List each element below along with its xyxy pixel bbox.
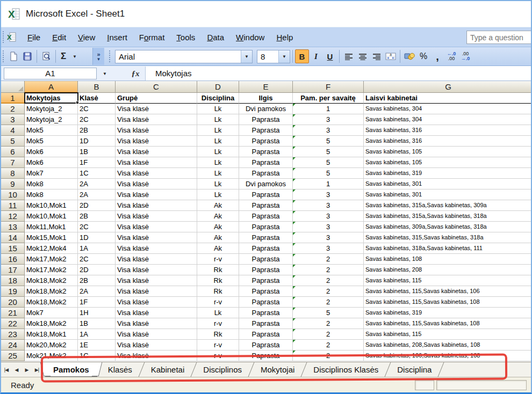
row-header-23[interactable]: 23 xyxy=(1,329,25,340)
cell-D10[interactable]: Lk xyxy=(197,189,239,200)
column-header-G[interactable]: G xyxy=(364,81,532,93)
print-preview-button[interactable] xyxy=(39,49,53,63)
name-box[interactable]: A1 xyxy=(4,68,97,79)
cell-G24[interactable]: Savas kabinetas, 208,Savas kabinetas, 10… xyxy=(364,340,532,351)
cell-F25[interactable]: 2 xyxy=(293,351,364,361)
menu-file[interactable]: File xyxy=(21,30,46,45)
toolbar-options-button[interactable]: » ▼ xyxy=(92,48,104,65)
cell-A9[interactable]: Mok8 xyxy=(25,179,78,189)
cell-A2[interactable]: Mokytoja_2 xyxy=(25,104,78,114)
cell-C24[interactable]: Visa klasė xyxy=(116,340,197,351)
cell-C25[interactable]: Visa klasė xyxy=(116,351,197,361)
row-header-11[interactable]: 11 xyxy=(1,200,25,211)
cell-A4[interactable]: Mok5 xyxy=(25,125,78,136)
cell-F1[interactable]: Pam. per savaitę xyxy=(293,93,364,104)
row-header-22[interactable]: 22 xyxy=(1,318,25,329)
cell-B7[interactable]: 1F xyxy=(78,157,116,168)
row-header-2[interactable]: 2 xyxy=(1,104,25,114)
cell-C21[interactable]: Visa klasė xyxy=(116,308,197,318)
first-sheet-button[interactable]: |◀ xyxy=(1,362,11,377)
cell-E8[interactable]: Paprasta xyxy=(239,168,293,179)
cell-G23[interactable]: Savas kabinetas, 115 xyxy=(364,329,532,340)
cell-A24[interactable]: Mok20,Mok2 xyxy=(25,340,78,351)
menu-data[interactable]: Data xyxy=(201,30,230,45)
cell-D24[interactable]: r-v xyxy=(197,340,239,351)
font-size-dropdown[interactable]: ▼ xyxy=(278,50,290,63)
cell-C14[interactable]: Visa klasė xyxy=(116,232,197,243)
menu-drag-handle[interactable] xyxy=(2,31,5,43)
type-a-question-input[interactable] xyxy=(466,31,532,44)
cell-E20[interactable]: Paprasta xyxy=(239,297,293,308)
cell-G10[interactable]: Savas kabinetas, 301 xyxy=(364,189,532,200)
menu-help[interactable]: Help xyxy=(270,30,299,45)
select-all-corner[interactable] xyxy=(1,81,25,93)
row-header-12[interactable]: 12 xyxy=(1,211,25,222)
cell-G11[interactable]: Savas kabinetas, 315a,Savas kabinetas, 3… xyxy=(364,200,532,211)
cell-C22[interactable]: Visa klasė xyxy=(116,318,197,329)
menu-view[interactable]: View xyxy=(72,30,101,45)
cell-E11[interactable]: Paprasta xyxy=(239,200,293,211)
cell-D11[interactable]: Ak xyxy=(197,200,239,211)
cell-D3[interactable]: Lk xyxy=(197,114,239,125)
cell-G15[interactable]: Savas kabinetas, 318a,Savas kabinetas, 1… xyxy=(364,243,532,254)
row-header-4[interactable]: 4 xyxy=(1,125,25,136)
cell-D20[interactable]: r-v xyxy=(197,297,239,308)
cell-E5[interactable]: Paprasta xyxy=(239,136,293,147)
comma-style-button[interactable]: , xyxy=(430,49,444,63)
cell-C5[interactable]: Visa klasė xyxy=(116,136,197,147)
cell-E17[interactable]: Paprasta xyxy=(239,265,293,275)
cell-D23[interactable]: Rk xyxy=(197,329,239,340)
cell-C1[interactable]: Grupė xyxy=(116,93,197,104)
cell-A11[interactable]: Mok10,Mok1 xyxy=(25,200,78,211)
cell-E22[interactable]: Paprasta xyxy=(239,318,293,329)
cell-C18[interactable]: Visa klasė xyxy=(116,275,197,286)
cell-B8[interactable]: 1C xyxy=(78,168,116,179)
currency-style-button[interactable] xyxy=(402,49,416,63)
cell-E25[interactable]: Paprasta xyxy=(239,351,293,361)
cell-E1[interactable]: Ilgis xyxy=(239,93,293,104)
cell-G19[interactable]: Savas kabinetas, 115,Savas kabinetas, 10… xyxy=(364,286,532,297)
cell-G25[interactable]: Savas kabinetas, 106,Savas kabinetas, 10… xyxy=(364,351,532,361)
cell-B25[interactable]: 1C xyxy=(78,351,116,361)
cell-G7[interactable]: Savas kabinetas, 105 xyxy=(364,157,532,168)
cell-A10[interactable]: Mok8 xyxy=(25,189,78,200)
cell-D13[interactable]: Ak xyxy=(197,222,239,232)
cell-A8[interactable]: Mok7 xyxy=(25,168,78,179)
cell-C4[interactable]: Visa klasė xyxy=(116,125,197,136)
row-header-13[interactable]: 13 xyxy=(1,222,25,232)
cell-E6[interactable]: Paprasta xyxy=(239,147,293,157)
font-name-dropdown[interactable]: ▼ xyxy=(241,50,252,63)
cell-F10[interactable]: 3 xyxy=(293,189,364,200)
row-header-15[interactable]: 15 xyxy=(1,243,25,254)
row-header-3[interactable]: 3 xyxy=(1,114,25,125)
row-header-17[interactable]: 17 xyxy=(1,265,25,275)
align-center-button[interactable] xyxy=(356,49,370,63)
cell-A21[interactable]: Mok7 xyxy=(25,308,78,318)
align-right-button[interactable] xyxy=(370,49,384,63)
row-header-18[interactable]: 18 xyxy=(1,275,25,286)
cell-B12[interactable]: 2B xyxy=(78,211,116,222)
cell-E24[interactable]: Paprasta xyxy=(239,340,293,351)
cell-A20[interactable]: Mok18,Mok2 xyxy=(25,297,78,308)
cell-B19[interactable]: 2A xyxy=(78,286,116,297)
cell-C6[interactable]: Visa klasė xyxy=(116,147,197,157)
cell-E2[interactable]: Dvi pamokos xyxy=(239,104,293,114)
cell-G4[interactable]: Savas kabinetas, 316 xyxy=(364,125,532,136)
cell-F17[interactable]: 2 xyxy=(293,265,364,275)
cell-G20[interactable]: Savas kabinetas, 115,Savas kabinetas, 10… xyxy=(364,297,532,308)
row-header-20[interactable]: 20 xyxy=(1,297,25,308)
cell-A12[interactable]: Mok10,Mok1 xyxy=(25,211,78,222)
cell-D9[interactable]: Lk xyxy=(197,179,239,189)
cell-F14[interactable]: 3 xyxy=(293,232,364,243)
cell-A16[interactable]: Mok17,Mok2 xyxy=(25,254,78,265)
cell-F7[interactable]: 5 xyxy=(293,157,364,168)
cell-D5[interactable]: Lk xyxy=(197,136,239,147)
cell-A5[interactable]: Mok5 xyxy=(25,136,78,147)
cell-D1[interactable]: Disciplina xyxy=(197,93,239,104)
cell-C13[interactable]: Visa klasė xyxy=(116,222,197,232)
cell-B2[interactable]: 2C xyxy=(78,104,116,114)
save-button[interactable] xyxy=(20,49,34,63)
cell-B11[interactable]: 2D xyxy=(78,200,116,211)
cell-F23[interactable]: 2 xyxy=(293,329,364,340)
row-header-19[interactable]: 19 xyxy=(1,286,25,297)
